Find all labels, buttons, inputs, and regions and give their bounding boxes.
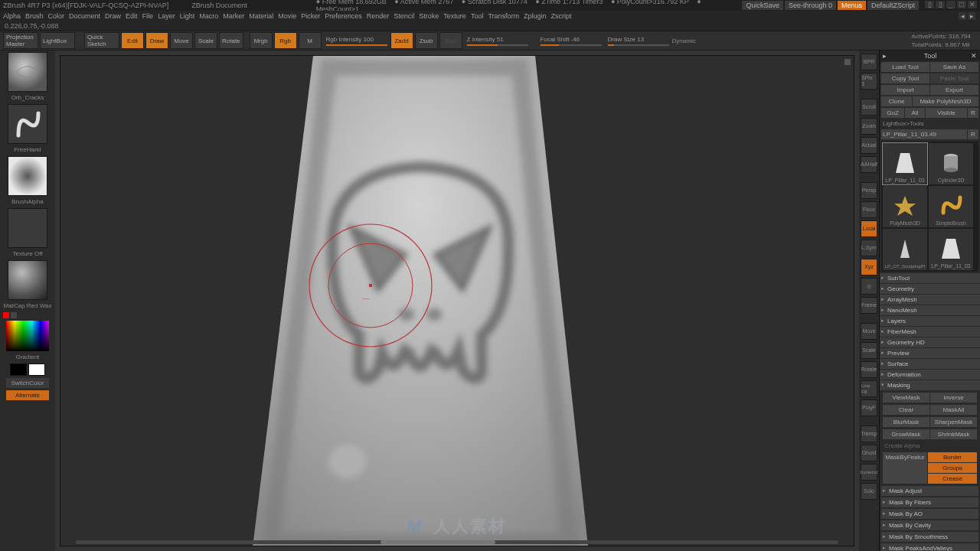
sec-maskfibers[interactable]: Mask By Fibers [881,497,978,507]
sec-surface[interactable]: Surface [880,359,980,369]
menu-file[interactable]: File [142,12,154,20]
alpha-thumb[interactable] [8,156,47,196]
focal-shift-slider[interactable]: Focal Shift -46 [541,35,602,46]
draw-size-slider[interactable]: Draw Size 13 [608,35,669,46]
rotate-button[interactable]: Rotate [219,32,243,49]
sec-masksmooth[interactable]: Mask By Smoothness [881,532,978,542]
transp-button[interactable]: Transp [861,425,877,442]
pastetool-button[interactable]: Paste Tool [930,73,978,83]
ghost-button[interactable]: Ghost [861,445,877,461]
zcut-button[interactable]: Zcut [439,32,462,49]
menu-material[interactable]: Material [249,12,273,20]
menu-light[interactable]: Light [180,12,195,20]
scroll-square-icon[interactable] [844,59,851,65]
menu-layer[interactable]: Layer [158,12,175,20]
border-button[interactable]: Border [928,452,977,462]
move-button[interactable]: Move [170,32,193,49]
sec-deformation[interactable]: Deformation [880,370,980,380]
sec-fibermesh[interactable]: FiberMesh [880,327,980,337]
color-picker[interactable] [6,321,49,351]
menus-button[interactable]: Menus [838,1,866,10]
scale-button[interactable]: Scale [194,32,217,49]
crease-button[interactable]: Crease [928,474,977,484]
menu-marker[interactable]: Marker [223,12,244,20]
menu-texture[interactable]: Texture [443,12,466,20]
zadd-button[interactable]: Zadd [390,32,413,49]
tool-thumb-pillar2[interactable]: LP_Pillar_11_03 [929,229,973,270]
menu-movie[interactable]: Movie [278,12,296,20]
seethrough-slider[interactable]: See-through 0 [785,1,836,10]
rotate3d-button[interactable]: Rotate [861,361,877,378]
color-square-1[interactable] [3,312,9,318]
frame-button[interactable]: Frame [861,297,877,314]
menu-draw[interactable]: Draw [105,12,121,20]
actual-button[interactable]: Actual [861,137,877,154]
export-button[interactable]: Export [930,85,978,95]
tool-panel-header[interactable]: ▸ Tool ✕ [880,51,980,61]
sec-preview[interactable]: Preview [880,348,980,358]
draw-button[interactable]: Draw [145,32,168,49]
menu-tool[interactable]: Tool [471,12,484,20]
createalpha-label[interactable]: Create Alpha [881,441,978,451]
polyf-button[interactable]: PolyF [861,399,877,416]
quicksketch-button[interactable]: Quick Sketch [84,32,119,49]
bpr-button[interactable]: BPR [861,54,877,70]
tool-thumb-polymesh[interactable]: PolyMesh3D [883,186,927,227]
m-button[interactable]: M [299,32,322,49]
linefill-button[interactable]: Line Fill [861,380,877,397]
sec-subtool[interactable]: SubTool [880,273,980,283]
minimize-icon[interactable]: _ [946,1,956,8]
sec-geometry[interactable]: Geometry [880,284,980,294]
viewport[interactable]: .... M 人人素材 [60,55,854,546]
rgb-button[interactable]: Rgb [274,32,297,49]
solo-button[interactable]: Solo [861,483,877,500]
move3d-button[interactable]: Move [861,323,877,340]
menu-transform[interactable]: Transform [488,12,519,20]
sec-maskao[interactable]: Mask By AO [881,509,978,519]
viewmask-button[interactable]: ViewMask [883,393,929,403]
lightbox-tools-label[interactable]: Lightbox>Tools [880,119,980,129]
lsym-button[interactable]: L.Sym [861,240,877,256]
blurmask-button[interactable]: BlurMask [883,417,929,427]
quicksave-button[interactable]: QuickSave [742,1,783,10]
menu-zscript[interactable]: Zscript [551,12,572,20]
brush-thumb[interactable] [8,52,47,92]
tool-thumb-sculptingpi[interactable]: LP_OT_SculptingPI [883,229,927,270]
menu-brush[interactable]: Brush [25,12,44,20]
current-r-button[interactable]: R [968,129,978,139]
dynamic-label[interactable]: Dynamic [672,37,696,44]
clone-button[interactable]: Clone [881,96,912,106]
edit-button[interactable]: Edit [121,32,144,49]
spix-button[interactable]: SPix 3 [861,73,877,90]
texture-thumb[interactable] [8,208,47,248]
clear-button[interactable]: Clear [883,405,929,415]
copytool-button[interactable]: Copy Tool [881,73,929,83]
pivot-button[interactable]: ◎ [861,278,877,295]
zsub-button[interactable]: Zsub [415,32,438,49]
gradient-label[interactable]: Gradient [16,354,40,361]
zoom-button[interactable]: Zoom [861,118,877,135]
sec-layers[interactable]: Layers [880,316,980,326]
mrgb-button[interactable]: Mrgb [250,32,273,49]
local-button[interactable]: Local [861,220,877,237]
makepolymesh3d-button[interactable]: Make PolyMesh3D [913,96,978,106]
sec-arraymesh[interactable]: ArrayMesh [880,295,980,305]
floor-button[interactable]: Floor [861,201,877,218]
goz-all-button[interactable]: All [905,108,925,118]
dock-icon[interactable]: ▯ [925,1,934,8]
menu-render[interactable]: Render [367,12,390,20]
inverse-button[interactable]: Inverse [930,393,977,403]
sec-maskcavity[interactable]: Mask By Cavity [881,520,978,530]
xyz-button[interactable]: Xyz [861,259,877,276]
viewport-scrollbar[interactable] [76,540,838,544]
dock2-icon[interactable]: ▯ [936,1,945,8]
alternate-button[interactable]: Alternate [6,390,49,400]
maskall-button[interactable]: MaskAll [930,405,977,415]
menu-stencil[interactable]: Stencil [394,12,414,20]
menu-color[interactable]: Color [48,12,65,20]
goz-r-button[interactable]: R [968,108,978,118]
swatch-black[interactable] [10,364,27,376]
goz-visible-button[interactable]: Visible [926,108,967,118]
maskbyfeature-button[interactable]: MaskByFeatur [883,452,927,484]
defaultzscript-button[interactable]: DefaultZScript [867,1,919,10]
